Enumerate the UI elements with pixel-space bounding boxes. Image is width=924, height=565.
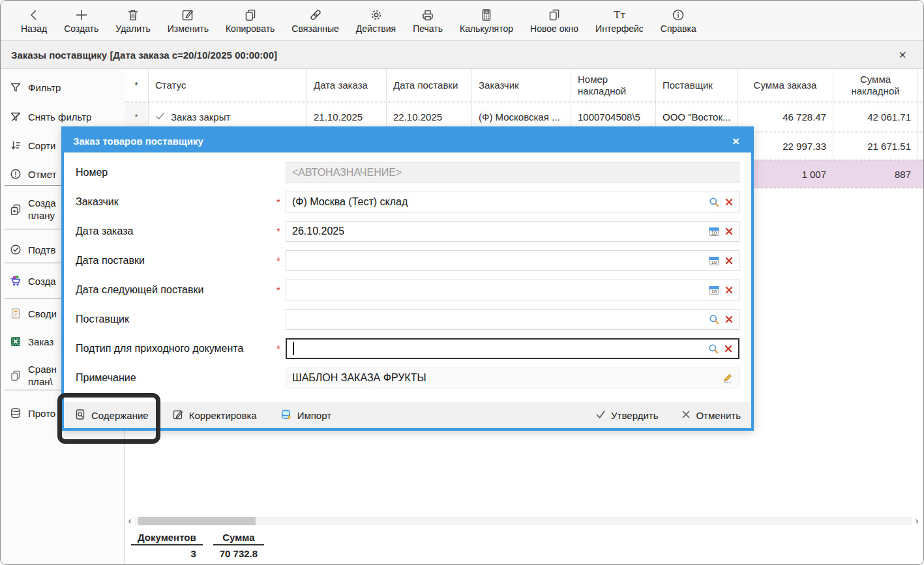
edit-label: Изменить xyxy=(168,23,209,34)
edit-button[interactable]: Изменить xyxy=(159,5,217,36)
scrollbar-track[interactable] xyxy=(135,517,912,525)
clear-icon[interactable] xyxy=(725,257,733,265)
sidebar-item-label: Созда xyxy=(28,197,56,209)
copy-label: Копировать xyxy=(226,23,275,34)
documents-total: Документов 3 xyxy=(131,530,203,562)
supplier-field[interactable] xyxy=(286,309,739,330)
link-icon xyxy=(308,8,323,22)
header-invoice-number[interactable]: Номер накладной xyxy=(571,69,656,102)
adjustment-button[interactable]: Корректировка xyxy=(172,409,257,422)
back-button[interactable]: Назад xyxy=(12,5,55,36)
mark-icon xyxy=(10,168,22,180)
scrollbar-thumb[interactable] xyxy=(138,517,256,525)
calendar-icon[interactable]: 10 xyxy=(709,226,719,237)
clear-filter-icon xyxy=(10,111,22,123)
header-customer[interactable]: Заказчик xyxy=(472,69,571,102)
clear-icon[interactable] xyxy=(725,315,733,323)
summary-list-icon xyxy=(10,308,22,319)
customer-field[interactable]: (Ф) Москва (Тест) склад xyxy=(286,192,739,212)
search-icon[interactable] xyxy=(708,343,719,354)
sidebar-item-create-by-plan[interactable]: Создаплану xyxy=(10,197,56,222)
delete-button[interactable]: Удалить xyxy=(107,5,158,36)
new-window-button[interactable]: Новое окно xyxy=(522,5,587,36)
sidebar-item-mark[interactable]: Отмет xyxy=(10,167,57,181)
sidebar-item-filter[interactable]: Фильтр xyxy=(10,80,61,94)
sidebar-item-label: Своди xyxy=(28,308,57,319)
scroll-right-icon[interactable]: › xyxy=(912,515,922,526)
status-check-icon xyxy=(155,111,165,123)
cancel-button[interactable]: Отменить xyxy=(681,410,741,421)
subtype-field[interactable] xyxy=(286,338,739,359)
customer-value: (Ф) Москва (Тест) склад xyxy=(292,196,408,208)
clear-icon[interactable] xyxy=(725,198,733,206)
printer-icon xyxy=(421,8,435,22)
adjustment-label: Корректировка xyxy=(189,410,257,421)
excel-icon xyxy=(10,336,22,347)
sidebar-item-protocol[interactable]: Прото xyxy=(10,406,55,420)
header-status[interactable]: Статус xyxy=(149,69,307,102)
approve-label: Утвердить xyxy=(611,410,658,421)
order-date-field[interactable]: 26.10.2025 10 xyxy=(286,221,739,242)
sidebar-item-confirm[interactable]: Подтв xyxy=(10,242,55,257)
calculator-button[interactable]: Калькулятор xyxy=(451,5,522,36)
status-text: Заказ закрыт xyxy=(171,111,230,123)
cancel-label: Отменить xyxy=(696,410,741,421)
scroll-left-icon[interactable]: ‹ xyxy=(125,515,135,526)
check-icon xyxy=(595,409,606,422)
search-icon[interactable] xyxy=(709,197,719,207)
calendar-icon[interactable]: 10 xyxy=(709,285,719,295)
print-button[interactable]: Печать xyxy=(404,5,451,36)
import-button[interactable]: Импорт xyxy=(280,409,331,422)
sidebar-item-sort[interactable]: Сорти xyxy=(10,138,55,152)
header-star[interactable]: * xyxy=(125,69,149,102)
copy-button[interactable]: Копировать xyxy=(217,5,283,36)
header-order-date[interactable]: Дата заказа xyxy=(307,69,387,102)
clear-icon[interactable] xyxy=(725,286,733,294)
back-label: Назад xyxy=(21,23,47,34)
sidebar-item-compare-plan[interactable]: Сравнплан\ xyxy=(10,363,57,388)
linked-button[interactable]: Связанные xyxy=(283,5,348,36)
actions-button[interactable]: Действия xyxy=(348,5,404,36)
panel-close-icon[interactable]: × xyxy=(892,48,913,61)
help-button[interactable]: Справка xyxy=(652,5,705,36)
clear-icon[interactable] xyxy=(725,227,733,235)
delivery-date-field[interactable]: 10 xyxy=(286,250,739,271)
header-supplier[interactable]: Поставщик xyxy=(656,69,738,102)
row-invoice-sum: 21 671.51 xyxy=(833,132,918,160)
customer-label: Заказчик xyxy=(76,196,276,208)
pencil-icon[interactable] xyxy=(723,373,733,383)
dialog-header[interactable]: Заказ товаров поставщику × xyxy=(64,129,751,152)
actions-label: Действия xyxy=(356,23,396,34)
required-mark: * xyxy=(276,284,286,295)
horizontal-scrollbar: ‹ › xyxy=(125,515,922,526)
content-button[interactable]: Содержание xyxy=(74,409,149,422)
field-row-supplier: Поставщик xyxy=(76,304,739,334)
header-delivery-date[interactable]: Дата поставки xyxy=(387,69,472,102)
field-row-number: Номер <АВТОНАЗНАЧЕНИЕ> xyxy=(76,158,739,187)
sidebar-item-summary[interactable]: Своди xyxy=(10,306,57,321)
edit-icon xyxy=(181,8,195,22)
calendar-icon[interactable]: 10 xyxy=(709,255,719,266)
sidebar-item-create-order[interactable]: Созда xyxy=(10,274,56,288)
help-label: Справка xyxy=(661,23,696,34)
interface-button[interactable]: Tт Интерфейс xyxy=(587,5,652,36)
clear-icon[interactable] xyxy=(724,345,732,353)
required-mark: * xyxy=(276,196,286,207)
note-field[interactable]: ШАБЛОН ЗАКАЗА ФРУКТЫ xyxy=(286,368,739,388)
sidebar-item-export-excel[interactable]: Заказ xyxy=(10,334,53,349)
document-search-icon xyxy=(74,409,86,422)
table-header-row: * Статус Дата заказа Дата поставки Заказ… xyxy=(125,69,923,102)
header-invoice-sum[interactable]: Сумма накладной xyxy=(833,69,918,102)
panel-header: Заказы поставщику [Дата заказа с=20/10/2… xyxy=(1,41,923,69)
next-delivery-date-field[interactable]: 10 xyxy=(286,280,739,300)
field-row-delivery-date: Дата поставки * 10 xyxy=(76,246,739,275)
search-icon[interactable] xyxy=(709,314,719,325)
header-order-sum[interactable]: Сумма заказа xyxy=(738,69,833,102)
header-extra xyxy=(918,69,924,102)
import-database-icon xyxy=(280,409,292,422)
sidebar-item-clear-filter[interactable]: Снять фильтр xyxy=(10,109,91,124)
create-button[interactable]: Создать xyxy=(55,5,107,36)
dialog-close-icon[interactable]: × xyxy=(730,135,742,147)
copy-icon xyxy=(243,8,258,22)
approve-button[interactable]: Утвердить xyxy=(595,409,658,422)
